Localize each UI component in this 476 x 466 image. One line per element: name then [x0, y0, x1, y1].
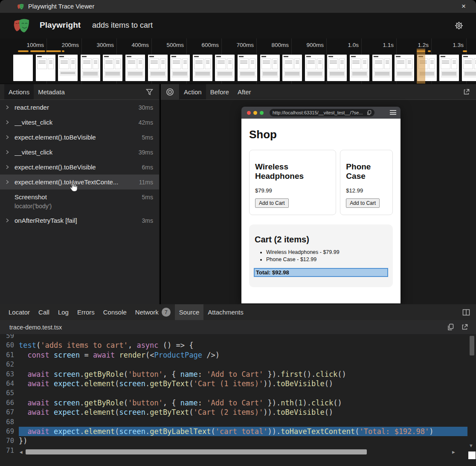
- action-item-expect-element-tobevisible[interactable]: expect.element().toBeVisible5ms: [0, 130, 159, 145]
- action-row[interactable]: react.render30ms: [0, 100, 159, 115]
- filmstrip-thumbnail[interactable]: [439, 55, 459, 81]
- filmstrip-thumbnail[interactable]: [282, 55, 302, 81]
- thumbnail-mini-card: [70, 58, 76, 69]
- filmstrip-thumbnail[interactable]: [81, 55, 100, 81]
- filmstrip-thumbnail[interactable]: [193, 55, 212, 81]
- gear-icon[interactable]: [454, 20, 464, 31]
- filmstrip-thumbnail[interactable]: [13, 55, 33, 81]
- tab-actions[interactable]: Actions: [4, 84, 34, 99]
- action-label: react.render: [15, 104, 49, 111]
- filmstrip-thumbnail[interactable]: [103, 55, 122, 81]
- product-name: Phone Case: [346, 162, 387, 181]
- action-item--vitest-click[interactable]: __vitest_click39ms: [0, 145, 159, 160]
- playwright-logo-icon: [13, 17, 31, 35]
- scroll-right-arrow-icon[interactable]: ▶: [452, 449, 458, 455]
- chevron-right-icon[interactable]: [5, 135, 12, 140]
- action-item--vitest-click[interactable]: __vitest_click42ms: [0, 115, 159, 130]
- traffic-light-red: [247, 111, 251, 115]
- filmstrip-thumbnail[interactable]: [125, 55, 145, 81]
- tab-log[interactable]: Log: [54, 304, 73, 320]
- scrollbar-thumb[interactable]: [470, 336, 474, 355]
- close-icon[interactable]: ×: [459, 2, 468, 11]
- trace-viewer-window: Playwright Trace Viewer × Playwright add…: [0, 0, 476, 466]
- filmstrip-thumbnail[interactable]: [36, 55, 55, 81]
- tab-locator[interactable]: Locator: [4, 304, 34, 320]
- filmstrip-thumbnail[interactable]: [350, 55, 369, 81]
- action-row[interactable]: __vitest_click39ms: [0, 145, 159, 160]
- action-locator-subtext: locator('body'): [0, 203, 159, 213]
- chevron-right-icon[interactable]: [5, 180, 12, 184]
- filter-icon[interactable]: [146, 89, 153, 96]
- filmstrip-thumbnail[interactable]: [372, 55, 392, 81]
- action-item-react-render[interactable]: react.render30ms: [0, 100, 159, 115]
- action-item-expect-element-tohavetextconte-[interactable]: expect.element().toHaveTextConte...11ms: [0, 175, 159, 189]
- thumbnail-mini-cart: [284, 70, 301, 78]
- action-row[interactable]: expect.element().toBeVisible5ms: [0, 130, 159, 145]
- actions-tabbar: ActionsMetadata: [0, 84, 159, 100]
- copy-icon[interactable]: [447, 323, 454, 331]
- tab-after[interactable]: After: [233, 84, 255, 99]
- action-item-screenshot[interactable]: Screenshot5mslocator('body'): [0, 189, 159, 213]
- thumbnail-mini-title: [82, 56, 87, 57]
- action-item-onafterretrytask-fail-[interactable]: onAfterRetryTask [fail]3ms: [0, 213, 159, 228]
- thumbnail-mini-title: [59, 56, 64, 57]
- filmstrip-thumbnail[interactable]: [327, 55, 347, 81]
- thumbnail-mini-title: [261, 56, 266, 57]
- filmstrip-thumbnail[interactable]: [148, 55, 168, 81]
- tab-errors[interactable]: Errors: [73, 304, 99, 320]
- chevron-right-icon[interactable]: [5, 218, 12, 223]
- horizontal-scrollbar[interactable]: ◀ ▶: [20, 449, 467, 455]
- filmstrip-thumbnail[interactable]: [170, 55, 190, 81]
- menu-icon[interactable]: [390, 110, 396, 116]
- filmstrip-thumbnail[interactable]: [215, 55, 235, 81]
- tab-call[interactable]: Call: [34, 304, 54, 320]
- thumbnail-mini-title: [374, 56, 378, 57]
- chevron-right-icon[interactable]: [5, 120, 12, 125]
- pick-locator-button[interactable]: [161, 84, 180, 100]
- filmstrip-thumbnail[interactable]: [462, 55, 476, 81]
- line-content: }): [19, 436, 467, 446]
- filmstrip-thumbnail[interactable]: [260, 55, 280, 81]
- filmstrip-thumbnail[interactable]: [395, 55, 414, 81]
- tab-action[interactable]: Action: [180, 84, 206, 99]
- open-external-icon[interactable]: [463, 88, 470, 96]
- tab-network[interactable]: Network7: [131, 304, 175, 320]
- tab-label: Network: [135, 309, 159, 316]
- code-line: 63 await screen.getByRole('button', { na…: [0, 370, 467, 379]
- action-row[interactable]: onAfterRetryTask [fail]3ms: [0, 213, 159, 228]
- tab-metadata[interactable]: Metadata: [34, 84, 69, 99]
- chevron-right-icon[interactable]: [5, 150, 12, 154]
- chevron-right-icon[interactable]: [5, 105, 12, 110]
- timeline-strip[interactable]: 100ms200ms300ms400ms500ms600ms700ms800ms…: [0, 38, 476, 84]
- scroll-left-arrow-icon[interactable]: ◀: [20, 449, 26, 455]
- action-row[interactable]: __vitest_click42ms: [0, 115, 159, 130]
- tab-attachments[interactable]: Attachments: [203, 304, 247, 320]
- open-external-icon[interactable]: [461, 323, 468, 331]
- tab-before[interactable]: Before: [206, 84, 233, 99]
- window-titlebar: Playwright Trace Viewer ×: [0, 0, 476, 13]
- thumbnail-mini-card: [441, 58, 450, 69]
- action-row[interactable]: Screenshot5ms: [0, 189, 159, 204]
- scrollbar-thumb[interactable]: [26, 449, 367, 454]
- filmstrip-thumbnail[interactable]: [238, 55, 257, 81]
- thumbnail-mini-card: [59, 58, 69, 69]
- tab-source[interactable]: Source: [175, 304, 204, 320]
- action-duration: 3ms: [139, 217, 153, 224]
- line-content: [19, 417, 467, 427]
- browser-chrome: http://localhost:63315/__vitest_test__/?…: [241, 107, 401, 119]
- split-view-icon[interactable]: [462, 309, 470, 316]
- copy-icon[interactable]: [367, 110, 372, 115]
- filmstrip-thumbnail[interactable]: [305, 55, 325, 81]
- vertical-scrollbar[interactable]: ▼: [469, 334, 475, 449]
- action-item-expect-element-tobevisible[interactable]: expect.element().toBeVisible6ms: [0, 160, 159, 175]
- action-row[interactable]: expect.element().toHaveTextConte...11ms: [0, 175, 159, 189]
- action-row[interactable]: expect.element().toBeVisible6ms: [0, 160, 159, 175]
- chevron-right-icon[interactable]: [5, 165, 12, 169]
- scroll-down-arrow-icon[interactable]: ▼: [470, 443, 473, 449]
- filmstrip-thumbnail[interactable]: [58, 55, 78, 81]
- thumbnail-mini-card: [205, 58, 211, 69]
- tab-console[interactable]: Console: [99, 304, 131, 320]
- thumbnail-mini-card: [272, 58, 278, 69]
- thumbnail-mini-card: [294, 58, 300, 69]
- thumbnail-mini-card: [339, 58, 345, 69]
